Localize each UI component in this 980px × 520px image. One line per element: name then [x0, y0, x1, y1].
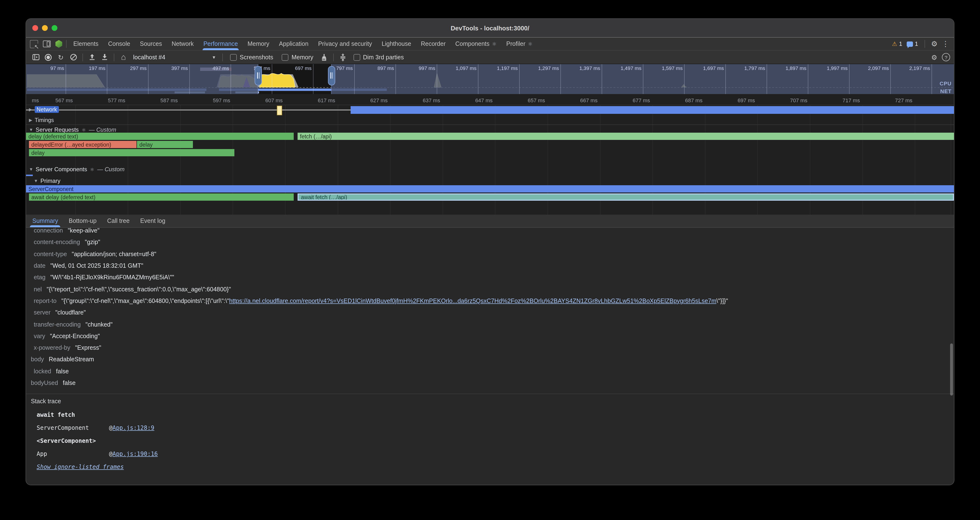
overview-tick-label: 1,597 ms	[662, 65, 685, 71]
inspect-element-icon[interactable]	[30, 40, 38, 48]
flame-chart[interactable]: ▶Network ▶Timings ▼ Server Requests ⚛ — …	[26, 105, 954, 215]
overview-tick-label: 1,697 ms	[703, 65, 726, 71]
screenshots-checkbox[interactable]: Screenshots	[226, 54, 277, 60]
disclosure-triangle-icon[interactable]: ▼	[34, 178, 38, 183]
net-lane-label: NET	[940, 88, 951, 94]
selection-right-handle[interactable]	[328, 66, 335, 85]
detail-value: "cloudflare"	[55, 309, 86, 316]
history-select[interactable]: localhost #4 ▼	[130, 52, 219, 62]
scrollbar-thumb[interactable]	[950, 343, 953, 396]
summary-pane[interactable]: connection"keep-alive"content-encoding"g…	[26, 228, 954, 472]
panel-tabs: ElementsConsoleSourcesNetworkPerformance…	[68, 38, 892, 50]
timings-track[interactable]: ▶Timings	[26, 116, 954, 125]
detail-row-report-to: report-to"{\"group\":\"cf-nel\",\"max_ag…	[26, 295, 954, 307]
network-track[interactable]: ▶Network	[26, 105, 954, 115]
dim-3rd-parties-checkbox[interactable]: Dim 3rd parties	[349, 54, 408, 60]
detail-value: "application/json; charset=utf-8"	[72, 251, 156, 258]
flame-bar[interactable]: delay	[29, 149, 234, 156]
detail-key: server	[34, 309, 50, 316]
download-profile-icon[interactable]	[99, 52, 110, 62]
overview-tick-label: 1,997 ms	[827, 65, 850, 71]
kebab-menu-icon[interactable]: ⋮	[942, 40, 949, 48]
home-icon[interactable]: ⌂	[118, 52, 129, 62]
ruler-tick-label: 627 ms	[370, 97, 390, 103]
zoom-window-button[interactable]	[52, 25, 57, 31]
tab-recorder[interactable]: Recorder	[416, 38, 450, 50]
tab-application[interactable]: Application	[274, 38, 313, 50]
tab-lighthouse[interactable]: Lighthouse	[377, 38, 416, 50]
report-to-url-link[interactable]: https://a.nel.cloudflare.com/report/v4?s…	[229, 297, 716, 304]
source-location-link[interactable]: App.js:128:9	[112, 425, 154, 431]
flame-bar[interactable]: delay (deferred text)	[26, 133, 294, 140]
tab-bottom-up[interactable]: Bottom-up	[64, 215, 102, 227]
flame-bar[interactable]: await fetch (…/api)	[298, 194, 954, 201]
ruler-tick-label: 677 ms	[633, 97, 652, 103]
overview-tick-label: 697 ms	[295, 65, 313, 71]
detail-row-bodyUsed: bodyUsedfalse	[26, 377, 954, 389]
server-requests-track-header[interactable]: ▼ Server Requests ⚛ — Custom	[26, 126, 954, 133]
close-window-button[interactable]	[32, 25, 38, 31]
record-button[interactable]	[43, 52, 54, 62]
flame-bar[interactable]: delayedError (…ayed exception)	[29, 141, 137, 148]
memory-checkbox[interactable]: Memory	[278, 54, 317, 60]
network-track-label[interactable]: Network	[35, 106, 59, 113]
reload-record-button[interactable]: ↻	[55, 52, 67, 62]
overview-tick-label: 397 ms	[171, 65, 190, 71]
disclosure-triangle-icon[interactable]: ▼	[29, 167, 33, 172]
tab-sources[interactable]: Sources	[135, 38, 167, 50]
detail-value: "Wed, 01 Oct 2025 18:32:01 GMT"	[50, 262, 143, 269]
flame-bar[interactable]: fetch (…/api)	[298, 133, 954, 140]
timeline-overview[interactable]: 97 ms197 ms297 ms397 ms497 ms597 ms697 m…	[26, 64, 954, 94]
atom-icon: ⚛	[492, 41, 497, 47]
ruler-tick-label: 697 ms	[738, 97, 757, 103]
toggle-sidebar-icon[interactable]	[30, 52, 41, 62]
minimize-window-button[interactable]	[42, 25, 48, 31]
checkbox-box	[230, 54, 237, 60]
node-icon[interactable]	[56, 40, 62, 48]
tab-performance[interactable]: Performance	[199, 38, 243, 50]
tab-network[interactable]: Network	[167, 38, 199, 50]
ruler-tick-label: 567 ms	[56, 97, 75, 103]
tab-event-log[interactable]: Event log	[135, 215, 170, 227]
upload-profile-icon[interactable]	[86, 52, 98, 62]
tab-call-tree[interactable]: Call tree	[102, 215, 135, 227]
tab-console[interactable]: Console	[103, 38, 135, 50]
clear-button[interactable]	[67, 52, 79, 62]
primary-subtrack-header[interactable]: ▼ Primary	[26, 178, 954, 184]
settings-gear-icon[interactable]: ⚙	[931, 40, 937, 48]
help-icon[interactable]: ?	[942, 53, 950, 61]
show-ignore-listed-frames-link[interactable]: Show ignore-listed frames	[37, 464, 124, 470]
detail-key: x-powered-by	[34, 344, 70, 351]
traffic-lights	[32, 25, 57, 31]
tab-memory[interactable]: Memory	[243, 38, 274, 50]
warning-icon[interactable]: ⚠	[892, 41, 897, 47]
stack-frame: App@ App.js:190:16	[37, 450, 954, 457]
ruler-tick-label: 587 ms	[161, 97, 180, 103]
divider	[924, 40, 925, 48]
detail-row-locked: lockedfalse	[26, 366, 954, 377]
detail-row-x-powered-by: x-powered-by"Express"	[26, 342, 954, 354]
selection-left-handle[interactable]	[255, 66, 262, 85]
flame-bar[interactable]: await delay (deferred text)	[29, 194, 294, 201]
tab-summary[interactable]: Summary	[27, 215, 64, 227]
detail-value: "Accept-Encoding"	[50, 333, 100, 340]
capture-settings-gear-icon[interactable]: ⚙	[928, 52, 940, 62]
disclosure-triangle-icon[interactable]: ▼	[29, 127, 33, 132]
disclosure-triangle-icon[interactable]: ▶	[29, 118, 32, 122]
tab-components[interactable]: Components⚛	[450, 38, 501, 50]
tab-elements[interactable]: Elements	[68, 38, 103, 50]
overview-tick-label: 1,397 ms	[579, 65, 602, 71]
tab-profiler[interactable]: Profiler⚛	[501, 38, 538, 50]
shrink-view-icon[interactable]	[337, 52, 348, 62]
stack-frame-function: <ServerComponent>	[37, 437, 109, 444]
issues-icon[interactable]	[907, 41, 913, 46]
flame-bar[interactable]: delay	[137, 141, 193, 148]
overview-tick-label: 2,197 ms	[909, 65, 932, 71]
tab-privacy-and-security[interactable]: Privacy and security	[313, 38, 377, 50]
source-location-link[interactable]: App.js:190:16	[112, 450, 158, 457]
collect-garbage-icon[interactable]	[318, 52, 329, 62]
flame-bar[interactable]: ServerComponent	[26, 185, 954, 192]
disclosure-triangle-icon[interactable]: ▶	[29, 107, 32, 112]
device-toolbar-icon[interactable]	[43, 41, 51, 47]
server-components-track-header[interactable]: ▼ Server Components ⚛ — Custom	[26, 166, 954, 173]
